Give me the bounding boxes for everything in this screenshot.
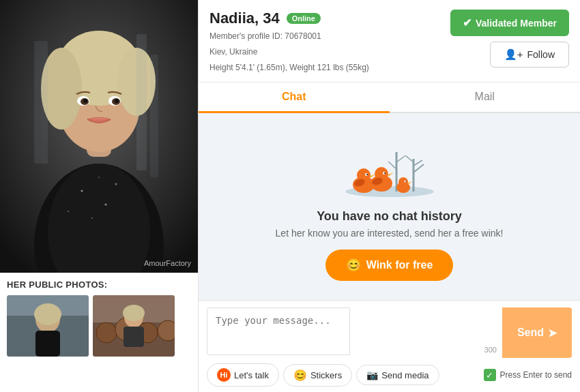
profile-photo-svg: [0, 0, 198, 273]
press-enter-row: ✓ Press Enter to send: [484, 369, 572, 381]
stickers-label: Stickers: [310, 370, 342, 380]
char-count: 300: [484, 346, 497, 354]
left-panel: AmourFactory HER PUBLIC PHOTOS:: [0, 0, 198, 392]
name-row: Nadiia, 34 Online: [209, 10, 369, 27]
tab-chat[interactable]: Chat: [199, 82, 390, 113]
svg-point-20: [98, 177, 100, 178]
photos-grid: [7, 295, 191, 357]
svg-line-46: [396, 156, 405, 162]
online-badge: Online: [287, 13, 321, 24]
press-enter-label: Press Enter to send: [500, 370, 572, 380]
no-chat-history: You have no chat history Let her know yo…: [199, 113, 580, 300]
tabs-row: Chat Mail: [199, 82, 580, 113]
svg-rect-22: [150, 55, 158, 177]
svg-point-37: [123, 305, 145, 321]
svg-point-15: [81, 190, 83, 192]
validated-label: Validated Member: [476, 18, 557, 29]
svg-point-60: [398, 177, 408, 187]
shield-check-icon: ✔: [463, 16, 472, 29]
member-id: Member's profile ID: 70678001: [209, 30, 369, 43]
profile-info: Nadiia, 34 Online Member's profile ID: 7…: [209, 10, 369, 75]
send-button[interactable]: Send ➤: [502, 307, 572, 358]
no-chat-title: You have no chat history: [317, 209, 462, 224]
height-weight: Height 5'4.1' (1.65m), Weight 121 lbs (5…: [209, 61, 369, 74]
svg-point-52: [366, 174, 368, 175]
svg-point-32: [96, 322, 117, 343]
lets-talk-button[interactable]: Hi Let's talk: [207, 363, 279, 387]
send-arrow-icon: ➤: [548, 327, 557, 340]
chat-area: You have no chat history Let her know yo…: [199, 113, 580, 300]
svg-point-58: [384, 172, 386, 174]
svg-rect-23: [34, 41, 48, 164]
svg-point-16: [105, 204, 107, 206]
svg-point-19: [68, 211, 69, 212]
svg-rect-29: [41, 331, 55, 334]
send-media-button[interactable]: 📷 Send media: [356, 365, 439, 385]
input-send-row: 300 Send ➤: [207, 307, 572, 358]
stickers-button[interactable]: 😊 Stickers: [283, 364, 352, 387]
tab-mail-label: Mail: [475, 91, 495, 102]
svg-rect-28: [35, 331, 60, 357]
send-label: Send: [517, 327, 544, 339]
svg-line-42: [414, 160, 422, 166]
camera-icon: 📷: [366, 370, 378, 380]
message-input[interactable]: [207, 307, 350, 355]
svg-point-17: [91, 217, 93, 219]
send-media-label: Send media: [381, 370, 429, 380]
svg-line-45: [388, 162, 396, 169]
follow-button[interactable]: 👤+ Follow: [490, 42, 569, 67]
toolbar-row: Hi Let's talk 😊 Stickers 📷 Send media ✓ …: [207, 358, 572, 392]
action-buttons: ✔ Validated Member 👤+ Follow: [450, 10, 569, 67]
svg-point-27: [34, 303, 61, 325]
hi-icon: Hi: [217, 368, 231, 382]
tab-chat-label: Chat: [282, 91, 306, 102]
lets-talk-label: Let's talk: [234, 370, 269, 380]
profile-header: Nadiia, 34 Online Member's profile ID: 7…: [199, 0, 580, 82]
profile-name: Nadiia, 34: [209, 10, 280, 27]
profile-photo: AmourFactory: [0, 0, 198, 273]
svg-point-14: [115, 99, 119, 103]
photo-thumb-1[interactable]: [7, 295, 89, 357]
wink-icon: 😊: [346, 258, 361, 273]
svg-rect-38: [124, 327, 144, 347]
svg-rect-21: [136, 34, 147, 170]
location: Kiev, Ukraine: [209, 46, 369, 59]
tab-mail[interactable]: Mail: [390, 82, 581, 113]
wink-label: Wink for free: [366, 259, 433, 271]
message-input-area: 300 Send ➤ Hi Let's talk 😊 Stickers 📷: [199, 300, 580, 392]
sticker-icon: 😊: [293, 369, 307, 382]
svg-point-63: [405, 181, 407, 182]
watermark: AmourFactory: [144, 259, 191, 267]
svg-point-18: [115, 183, 117, 185]
svg-line-41: [414, 164, 424, 172]
svg-marker-55: [388, 172, 394, 177]
follow-label: Follow: [527, 49, 555, 60]
svg-line-43: [405, 155, 414, 162]
enter-checkbox[interactable]: ✓: [484, 369, 496, 381]
validated-member-button[interactable]: ✔ Validated Member: [450, 10, 569, 36]
no-chat-illustration: [335, 132, 444, 200]
right-panel: Nadiia, 34 Online Member's profile ID: 7…: [198, 0, 580, 392]
svg-point-13: [83, 99, 87, 103]
public-photos-label: HER PUBLIC PHOTOS:: [7, 280, 191, 290]
wink-button[interactable]: 😊 Wink for free: [325, 250, 454, 281]
photo-thumb-2[interactable]: [93, 295, 175, 357]
public-photos-section: HER PUBLIC PHOTOS:: [0, 273, 198, 392]
add-person-icon: 👤+: [504, 48, 523, 61]
no-chat-subtitle: Let her know you are interested, send he…: [276, 228, 504, 239]
main-container: AmourFactory HER PUBLIC PHOTOS:: [0, 0, 580, 392]
svg-point-35: [158, 320, 175, 341]
